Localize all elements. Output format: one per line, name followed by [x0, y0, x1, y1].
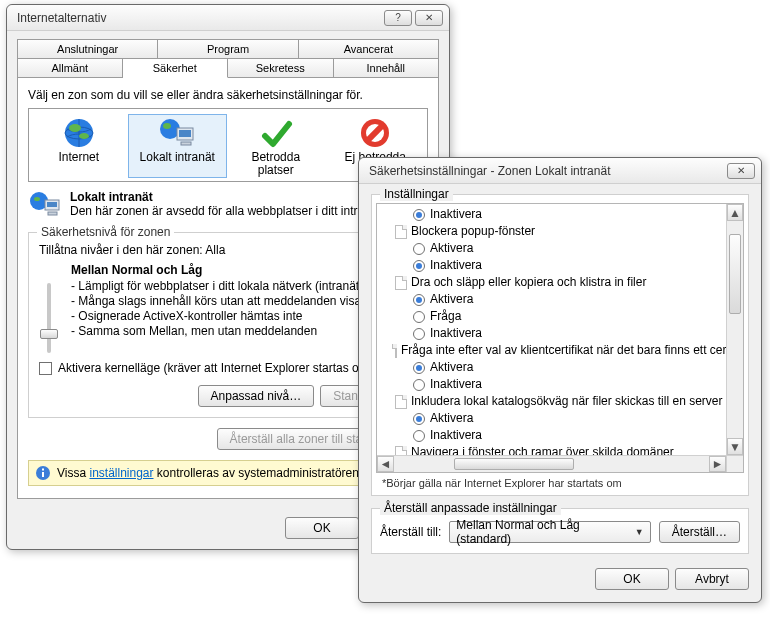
- tree-option[interactable]: Inaktivera: [377, 325, 743, 342]
- radio-icon: [413, 209, 425, 221]
- tree-option[interactable]: Inaktivera: [377, 257, 743, 274]
- security-level-slider[interactable]: [39, 263, 59, 353]
- scroll-down-icon[interactable]: ▼: [727, 438, 743, 455]
- radio-icon: [413, 430, 425, 442]
- radio-icon: [413, 379, 425, 391]
- level-details: - Lämpligt för webbplatser i ditt lokala…: [71, 279, 367, 339]
- svg-point-5: [163, 123, 171, 129]
- vertical-scrollbar[interactable]: ▲ ▼: [726, 204, 743, 455]
- tree-node[interactable]: Dra och släpp eller kopiera och klistra …: [377, 274, 743, 291]
- horizontal-scrollbar[interactable]: ◄ ►: [377, 455, 726, 472]
- tab-advanced[interactable]: Avancerat: [299, 39, 439, 58]
- svg-rect-7: [179, 130, 191, 137]
- settings-group: Inställningar Inaktivera Blockera popup-…: [371, 194, 749, 496]
- reset-level-select[interactable]: Mellan Normal och Låg (standard) ▼: [449, 521, 650, 543]
- info-text: Vissa inställningar kontrolleras av syst…: [57, 466, 362, 480]
- tree-option[interactable]: Aktivera: [377, 240, 743, 257]
- page-icon: [395, 344, 397, 358]
- svg-rect-18: [42, 472, 44, 477]
- radio-icon: [413, 294, 425, 306]
- tree-node[interactable]: Inkludera lokal katalogsökväg när filer …: [377, 393, 743, 410]
- page-icon: [395, 395, 407, 409]
- tabs-lower: Allmänt Säkerhet Sekretess Innehåll: [17, 58, 439, 78]
- tree-option[interactable]: Inaktivera: [377, 206, 743, 223]
- intranet-icon: [28, 190, 62, 220]
- radio-icon: [413, 311, 425, 323]
- zone-trusted[interactable]: Betroddaplatser: [226, 115, 326, 177]
- reset-button[interactable]: Återställ…: [659, 521, 740, 543]
- svg-point-2: [69, 124, 81, 132]
- globe-icon: [29, 115, 129, 151]
- chevron-down-icon: ▼: [635, 527, 644, 537]
- radio-icon: [413, 413, 425, 425]
- ok-button[interactable]: OK: [285, 517, 359, 539]
- tree-option[interactable]: Inaktivera: [377, 427, 743, 444]
- tree-option[interactable]: Inaktivera: [377, 376, 743, 393]
- window-title: Säkerhetsinställningar - Zonen Lokalt in…: [369, 164, 610, 178]
- intranet-icon: [129, 115, 227, 151]
- tab-privacy[interactable]: Sekretess: [228, 58, 334, 78]
- group-legend: Återställ anpassade inställningar: [380, 501, 561, 515]
- trusted-icon: [226, 115, 326, 151]
- radio-icon: [413, 243, 425, 255]
- reset-label: Återställ till:: [380, 525, 441, 539]
- scroll-up-icon[interactable]: ▲: [727, 204, 743, 221]
- tree-option[interactable]: Aktivera: [377, 359, 743, 376]
- security-settings-dialog: Säkerhetsinställningar - Zonen Lokalt in…: [358, 157, 762, 603]
- custom-level-button[interactable]: Anpassad nivå…: [198, 385, 315, 407]
- select-value: Mellan Normal och Låg (standard): [456, 518, 634, 546]
- svg-rect-8: [181, 142, 191, 145]
- scroll-right-icon[interactable]: ►: [709, 456, 726, 472]
- tab-connections[interactable]: Anslutningar: [17, 39, 158, 58]
- tab-security[interactable]: Säkerhet: [123, 58, 229, 78]
- cancel-button[interactable]: Avbryt: [675, 568, 749, 590]
- tab-general[interactable]: Allmänt: [17, 58, 123, 78]
- scroll-thumb[interactable]: [729, 234, 741, 314]
- zone-local-intranet[interactable]: Lokalt intranät: [128, 114, 228, 178]
- window-title: Internetalternativ: [17, 11, 106, 25]
- group-legend: Säkerhetsnivå för zonen: [37, 225, 174, 239]
- close-button[interactable]: ✕: [415, 10, 443, 26]
- svg-rect-15: [47, 202, 57, 207]
- restart-note: *Börjar gälla när Internet Explorer har …: [376, 473, 744, 491]
- settings-link[interactable]: inställningar: [89, 466, 153, 480]
- radio-icon: [413, 362, 425, 374]
- tree-node[interactable]: Blockera popup-fönster: [377, 223, 743, 240]
- tab-programs[interactable]: Program: [158, 39, 298, 58]
- restricted-icon: [326, 115, 426, 151]
- radio-icon: [413, 328, 425, 340]
- close-button[interactable]: ✕: [727, 163, 755, 179]
- group-legend: Inställningar: [380, 187, 453, 201]
- svg-rect-19: [42, 469, 44, 471]
- help-button[interactable]: ?: [384, 10, 412, 26]
- tree-option[interactable]: Fråga: [377, 308, 743, 325]
- ok-button[interactable]: OK: [595, 568, 669, 590]
- page-icon: [395, 225, 407, 239]
- scroll-left-icon[interactable]: ◄: [377, 456, 394, 472]
- zone-internet[interactable]: Internet: [29, 115, 129, 177]
- tree-node[interactable]: Fråga inte efter val av klientcertifikat…: [377, 342, 743, 359]
- info-icon: [35, 465, 51, 481]
- settings-tree[interactable]: Inaktivera Blockera popup-fönster Aktive…: [376, 203, 744, 473]
- scroll-thumb[interactable]: [454, 458, 574, 470]
- zone-prompt: Välj en zon som du vill se eller ändra s…: [28, 88, 428, 102]
- titlebar: Säkerhetsinställningar - Zonen Lokalt in…: [359, 158, 761, 184]
- svg-rect-16: [48, 212, 57, 215]
- scroll-corner: [726, 455, 743, 472]
- tab-content[interactable]: Innehåll: [334, 58, 440, 78]
- checkbox-icon: [39, 362, 52, 375]
- checkbox-label: Aktivera kernelläge (kräver att Internet…: [58, 361, 373, 375]
- page-icon: [395, 276, 407, 290]
- reset-group: Återställ anpassade inställningar Återst…: [371, 508, 749, 554]
- svg-point-3: [79, 133, 89, 139]
- titlebar: Internetalternativ ? ✕: [7, 5, 449, 31]
- tabs-upper: Anslutningar Program Avancerat: [17, 39, 439, 58]
- level-name: Mellan Normal och Låg: [71, 263, 367, 277]
- tree-option[interactable]: Aktivera: [377, 410, 743, 427]
- tree-option[interactable]: Aktivera: [377, 291, 743, 308]
- radio-icon: [413, 260, 425, 272]
- svg-point-13: [34, 197, 40, 201]
